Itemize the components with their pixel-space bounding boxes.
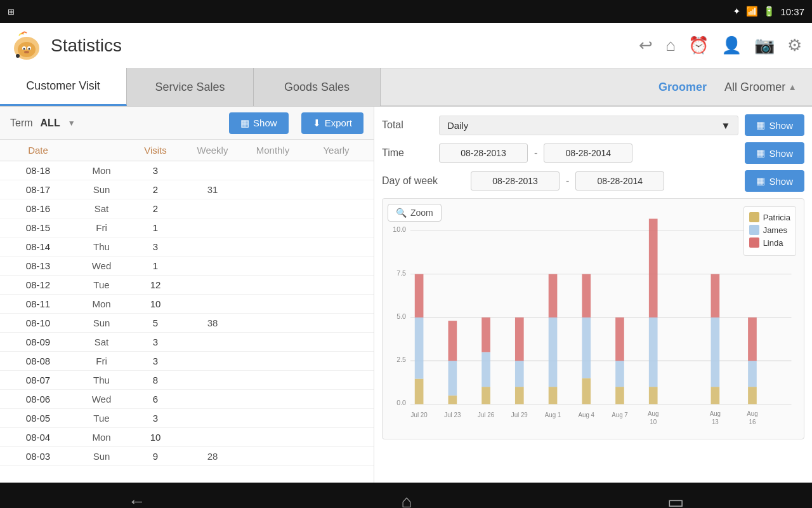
nav-home-icon[interactable]: ⌂	[402, 491, 412, 508]
profile-icon[interactable]: 👤	[721, 36, 742, 55]
svg-text:5.0: 5.0	[396, 312, 406, 320]
cell-date: 08-09	[0, 337, 76, 347]
left-panel: Term ALL ▼ ▦ Show ⬇ Export Date Visits W…	[0, 107, 374, 483]
cell-day: Sat	[76, 337, 127, 347]
col-visits-header: Visits	[127, 145, 184, 156]
clock-display: 10:37	[780, 6, 804, 17]
table-row: 08-15 Fri 1	[0, 218, 374, 237]
time-show-button[interactable]: ▦ Show	[745, 142, 804, 164]
bluetooth-icon: ✦	[733, 6, 741, 17]
nav-recents-icon[interactable]: ▭	[667, 491, 684, 509]
app-logo-icon	[10, 29, 43, 62]
legend-patricia: Patricia	[749, 212, 790, 222]
cell-day: Sun	[76, 184, 127, 195]
chart-svg: 0.0 2.5 5.0 7.5 10.0	[383, 199, 804, 439]
term-value: ALL	[41, 117, 60, 129]
total-show-button[interactable]: ▦ Show	[745, 114, 804, 136]
nav-back-icon[interactable]: ←	[128, 491, 146, 508]
svg-rect-49	[748, 318, 757, 361]
svg-rect-22	[415, 274, 424, 318]
home-icon[interactable]: ⌂	[665, 36, 676, 55]
title-bar: Statistics ↩ ⌂ ⏰ 👤 📷 ⚙	[0, 23, 812, 69]
day-of-week-label: Day of week	[382, 175, 464, 187]
legend-color-james	[749, 225, 759, 235]
grid-icon: ⊞	[8, 7, 15, 17]
col-yearly-header: Yearly	[304, 145, 368, 156]
dow-show-button[interactable]: ▦ Show	[745, 170, 804, 192]
svg-rect-40	[615, 318, 624, 361]
cell-day: Sun	[76, 451, 127, 462]
svg-rect-23	[449, 396, 457, 404]
export-button[interactable]: ⬇ Export	[301, 112, 363, 134]
time-start-date[interactable]: 08-28-2013	[439, 144, 528, 163]
svg-rect-20	[415, 379, 424, 404]
table-row: 08-04 Mon 10	[0, 428, 374, 447]
cell-day: Wed	[76, 260, 127, 271]
svg-text:Aug 1: Aug 1	[545, 411, 561, 418]
svg-rect-31	[515, 318, 524, 361]
cell-visits: 5	[127, 318, 184, 328]
dow-end-date[interactable]: 08-28-2014	[575, 171, 664, 190]
table-row: 08-16 Sat 2	[0, 199, 374, 218]
total-row: Total Daily ▼ ▦ Show	[382, 114, 804, 136]
groomer-button[interactable]: Groomer	[651, 76, 714, 99]
date-separator-1: -	[534, 147, 537, 159]
app-title: Statistics	[51, 36, 122, 56]
cell-visits: 1	[127, 222, 184, 233]
cell-date: 08-07	[0, 375, 76, 385]
all-groomer-button[interactable]: All Groomer ▲	[717, 76, 804, 99]
svg-rect-44	[711, 387, 720, 404]
main-content: Term ALL ▼ ▦ Show ⬇ Export Date Visits W…	[0, 107, 812, 483]
cell-date: 08-16	[0, 203, 76, 214]
cell-visits: 2	[127, 203, 184, 214]
chart-icon-2: ▦	[756, 119, 765, 131]
tab-customer-visit[interactable]: Customer Visit	[0, 68, 127, 106]
term-dropdown-arrow-icon[interactable]: ▼	[68, 119, 75, 128]
back-icon[interactable]: ↩	[639, 36, 653, 55]
zoom-button[interactable]: 🔍 Zoom	[388, 204, 442, 222]
svg-rect-38	[615, 387, 624, 404]
cell-visits: 1	[127, 260, 184, 271]
clock-icon[interactable]: ⏰	[688, 36, 709, 55]
svg-rect-46	[711, 274, 720, 318]
daily-select[interactable]: Daily ▼	[439, 116, 738, 135]
left-toolbar: Term ALL ▼ ▦ Show ⬇ Export	[0, 107, 374, 140]
table-row: 08-08 Fri 3	[0, 352, 374, 371]
svg-rect-34	[549, 274, 558, 318]
camera-icon[interactable]: 📷	[754, 36, 775, 55]
cell-weekly: 28	[184, 451, 241, 462]
svg-rect-39	[615, 361, 624, 387]
legend-color-linda	[749, 237, 759, 248]
svg-text:16: 16	[749, 418, 756, 425]
svg-rect-33	[549, 318, 558, 387]
cell-visits: 2	[127, 184, 184, 195]
table-row: 08-12 Tue 12	[0, 276, 374, 295]
svg-text:Aug 4: Aug 4	[579, 411, 595, 418]
svg-text:0.0: 0.0	[396, 399, 406, 406]
col-weekly-header: Weekly	[184, 145, 241, 156]
show-button[interactable]: ▦ Show	[229, 112, 289, 134]
svg-rect-26	[481, 387, 490, 404]
time-row: Time 08-28-2013 - 08-28-2014 ▦ Show	[382, 142, 804, 164]
battery-icon: 🔋	[763, 6, 775, 17]
legend-color-patricia	[749, 212, 759, 222]
table-row: 08-10 Sun 5 38	[0, 314, 374, 333]
cell-day: Mon	[76, 165, 127, 176]
table-row: 08-17 Sun 2 31	[0, 180, 374, 199]
cell-day: Sat	[76, 203, 127, 214]
svg-point-7	[29, 48, 30, 50]
time-end-date[interactable]: 08-28-2014	[544, 144, 632, 163]
wifi-icon: 📶	[746, 6, 758, 17]
cell-visits: 10	[127, 298, 184, 309]
time-label: Time	[382, 147, 433, 159]
cell-date: 08-12	[0, 279, 76, 290]
day-of-week-row: Day of week 08-28-2013 - 08-28-2014 ▦ Sh…	[382, 170, 804, 192]
tab-service-sales[interactable]: Service Sales	[127, 68, 254, 106]
legend-label-james: James	[763, 225, 787, 235]
dow-start-date[interactable]: 08-28-2013	[471, 171, 560, 190]
svg-text:13: 13	[712, 418, 719, 425]
chart-area: 🔍 Zoom Patricia James Linda	[382, 198, 804, 439]
cell-visits: 6	[127, 394, 184, 404]
tab-goods-sales[interactable]: Goods Sales	[254, 68, 381, 106]
settings-icon[interactable]: ⚙	[787, 36, 802, 55]
